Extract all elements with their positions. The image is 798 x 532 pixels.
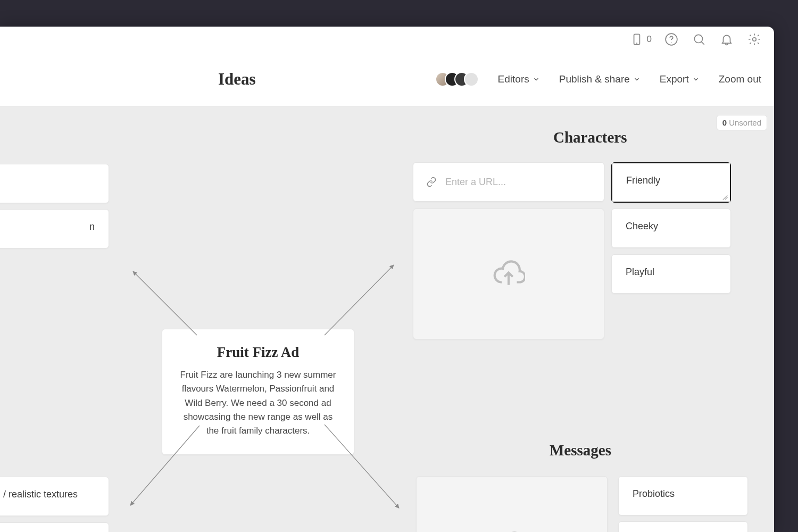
zoom-label: Zoom out bbox=[719, 73, 761, 85]
header-actions: Editors Publish & share Export Zoom out bbox=[435, 72, 761, 87]
app-window: 0 Ideas Editors bbox=[0, 27, 774, 532]
mobile-count-value: 0 bbox=[647, 34, 652, 45]
character-card-editing[interactable] bbox=[611, 162, 731, 203]
chevron-down-icon bbox=[633, 76, 641, 83]
editors-label: Editors bbox=[498, 73, 529, 85]
resize-handle[interactable] bbox=[721, 193, 728, 200]
character-card[interactable]: Playful bbox=[611, 254, 731, 294]
editor-avatars[interactable] bbox=[435, 72, 479, 87]
svg-line-8 bbox=[325, 265, 394, 335]
character-card-label: Cheeky bbox=[626, 221, 658, 231]
svg-point-6 bbox=[753, 38, 757, 41]
offscreen-card[interactable] bbox=[0, 164, 109, 203]
svg-point-4 bbox=[694, 35, 702, 43]
message-card[interactable]: Probiotics bbox=[618, 476, 748, 516]
svg-point-3 bbox=[671, 42, 671, 43]
editors-dropdown[interactable]: Editors bbox=[498, 73, 540, 85]
svg-line-5 bbox=[701, 41, 704, 44]
board-title[interactable]: Ideas bbox=[218, 70, 256, 89]
upload-dropzone[interactable] bbox=[413, 209, 604, 339]
export-label: Export bbox=[660, 73, 689, 85]
search-icon[interactable] bbox=[691, 31, 707, 47]
central-brief-card[interactable]: Fruit Fizz Ad Fruit Fizz are launching 3… bbox=[162, 329, 354, 455]
central-body: Fruit Fizz are launching 3 new summer fl… bbox=[178, 368, 338, 438]
cloud-upload-icon bbox=[495, 529, 528, 532]
board-canvas[interactable]: 0Unsorted Characters Messages Cheeky Pla… bbox=[0, 106, 774, 532]
publish-dropdown[interactable]: Publish & share bbox=[559, 73, 641, 85]
central-title: Fruit Fizz Ad bbox=[178, 344, 338, 361]
gear-icon[interactable] bbox=[746, 31, 762, 47]
message-card-label: Probiotics bbox=[633, 488, 675, 499]
link-icon bbox=[426, 177, 437, 187]
message-card[interactable]: Natural /real flavor bbox=[618, 521, 748, 532]
mobile-icon bbox=[629, 31, 645, 47]
svg-line-7 bbox=[133, 271, 197, 335]
zoom-out-button[interactable]: Zoom out bbox=[719, 73, 761, 85]
offscreen-card-text: n bbox=[89, 221, 95, 232]
help-icon[interactable] bbox=[663, 31, 679, 47]
upload-dropzone[interactable] bbox=[416, 476, 608, 532]
cloud-upload-icon bbox=[492, 257, 525, 290]
avatar bbox=[464, 72, 479, 87]
chevron-down-icon bbox=[692, 76, 700, 83]
character-card-label: Playful bbox=[626, 267, 654, 277]
board-header: Ideas Editors Publish & share Export bbox=[0, 52, 774, 106]
bell-icon[interactable] bbox=[719, 31, 735, 47]
offscreen-card-text: / realistic textures bbox=[3, 489, 78, 500]
unsorted-count: 0 bbox=[722, 118, 727, 127]
unsorted-label: Unsorted bbox=[729, 118, 761, 127]
export-dropdown[interactable]: Export bbox=[660, 73, 700, 85]
chevron-down-icon bbox=[533, 76, 540, 83]
offscreen-card[interactable] bbox=[0, 522, 109, 532]
offscreen-card[interactable]: n bbox=[0, 209, 109, 248]
character-input[interactable] bbox=[612, 163, 730, 202]
unsorted-badge[interactable]: 0Unsorted bbox=[717, 115, 767, 130]
url-input[interactable] bbox=[445, 177, 591, 188]
mobile-count-button[interactable]: 0 bbox=[629, 31, 652, 47]
publish-label: Publish & share bbox=[559, 73, 630, 85]
section-title-messages: Messages bbox=[550, 442, 611, 459]
url-input-card[interactable] bbox=[413, 162, 604, 202]
character-card[interactable]: Cheeky bbox=[611, 209, 731, 248]
top-iconbar: 0 bbox=[0, 27, 774, 52]
section-title-characters: Characters bbox=[553, 129, 627, 146]
offscreen-card[interactable]: / realistic textures bbox=[0, 477, 109, 516]
